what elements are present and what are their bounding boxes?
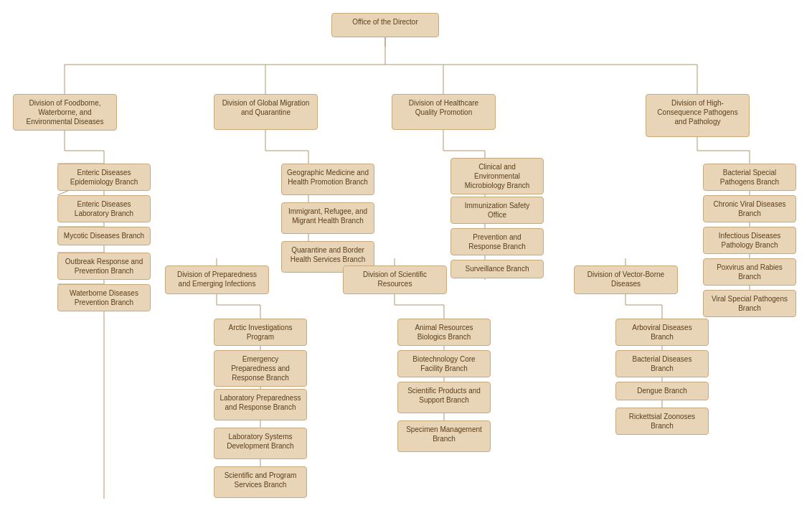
node-enteric_lab: Enteric Diseases Laboratory Branch bbox=[57, 195, 151, 222]
node-div_scientific: Division of Scientific Resources bbox=[343, 265, 447, 294]
node-arboviral: Arboviral Diseases Branch bbox=[615, 319, 709, 346]
node-lab_prep: Laboratory Preparedness and Response Bra… bbox=[214, 389, 307, 420]
node-infectious_path: Infectious Diseases Pathology Branch bbox=[703, 227, 796, 254]
node-div_foodborne: Division of Foodborne, Waterborne, and E… bbox=[13, 94, 117, 131]
node-immunization: Immunization Safety Office bbox=[450, 197, 544, 224]
node-div_healthcare: Division of Healthcare Quality Promotion bbox=[392, 94, 496, 130]
node-viral_special: Viral Special Pathogens Branch bbox=[703, 290, 796, 317]
node-clinical_env: Clinical and Environmental Microbiology … bbox=[450, 158, 544, 194]
node-emergency_prep: Emergency Preparedness and Response Bran… bbox=[214, 350, 307, 387]
node-animal_res: Animal Resources Biologics Branch bbox=[397, 319, 491, 346]
node-biotech: Biotechnology Core Facility Branch bbox=[397, 350, 491, 377]
node-dengue: Dengue Branch bbox=[615, 382, 709, 400]
node-poxvirus: Poxvirus and Rabies Branch bbox=[703, 258, 796, 286]
node-arctic: Arctic Investigations Program bbox=[214, 319, 307, 346]
node-div_preparedness: Division of Preparedness and Emerging In… bbox=[165, 265, 269, 294]
node-geo_med: Geographic Medicine and Health Promotion… bbox=[281, 164, 374, 195]
node-chronic_viral: Chronic Viral Diseases Branch bbox=[703, 195, 796, 222]
node-specimen: Specimen Management Branch bbox=[397, 420, 491, 452]
node-bacterial_special: Bacterial Special Pathogens Branch bbox=[703, 164, 796, 191]
node-lab_systems: Laboratory Systems Development Branch bbox=[214, 428, 307, 459]
node-surveillance: Surveillance Branch bbox=[450, 260, 544, 278]
node-prevention_resp: Prevention and Response Branch bbox=[450, 228, 544, 255]
node-immigrant: Immigrant, Refugee, and Migrant Health B… bbox=[281, 202, 374, 234]
node-waterborne: Waterborne Diseases Prevention Branch bbox=[57, 284, 151, 311]
node-bacterial_dis: Bacterial Diseases Branch bbox=[615, 350, 709, 377]
node-scientific_prod: Scientific Products and Support Branch bbox=[397, 382, 491, 413]
node-rickettsial: Rickettsial Zoonoses Branch bbox=[615, 408, 709, 435]
node-div_highconseq: Division of High-Consequence Pathogens a… bbox=[646, 94, 750, 137]
node-enteric_epi: Enteric Diseases Epidemiology Branch bbox=[57, 164, 151, 191]
node-div_global: Division of Global Migration and Quarant… bbox=[214, 94, 318, 130]
node-mycotic: Mycotic Diseases Branch bbox=[57, 227, 151, 245]
org-chart: Office of the DirectorDivision of Foodbo… bbox=[0, 0, 812, 508]
node-scientific_prog: Scientific and Program Services Branch bbox=[214, 466, 307, 498]
node-div_vectorborne: Division of Vector-Borne Diseases bbox=[574, 265, 678, 294]
node-director: Office of the Director bbox=[331, 13, 439, 37]
node-outbreak: Outbreak Response and Prevention Branch bbox=[57, 253, 151, 280]
